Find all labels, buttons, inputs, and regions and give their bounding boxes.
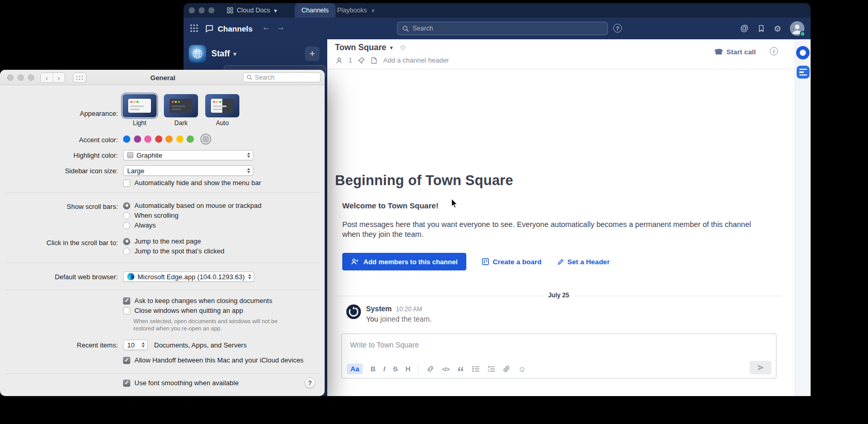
set-header-button[interactable]: Set a Header <box>557 258 610 266</box>
zoom-window-button[interactable] <box>208 7 215 13</box>
message-author[interactable]: System <box>366 305 392 313</box>
recent-items-stepper[interactable]: 10 <box>123 340 148 350</box>
history-back-icon[interactable]: ← <box>262 23 270 32</box>
heading-button[interactable]: H <box>405 365 410 373</box>
scrollbars-auto-radio[interactable] <box>123 202 130 209</box>
nav-back-button[interactable]: ‹ <box>41 73 53 82</box>
scrollclick-next-page-row: Jump to the next page <box>123 237 201 245</box>
tab-playbooks[interactable]: Playbooks × <box>330 3 382 18</box>
italic-button[interactable]: I <box>383 365 385 373</box>
quote-icon[interactable] <box>457 366 464 372</box>
link-icon[interactable] <box>427 365 434 373</box>
history-forward-icon[interactable]: → <box>277 23 285 32</box>
favorite-star-icon[interactable]: ☆ <box>400 43 406 52</box>
highlight-color-select[interactable]: Graphite <box>123 150 253 160</box>
tab-channels[interactable]: Channels <box>295 3 336 18</box>
scrollbar-click-label: Click in the scroll bar to: <box>0 239 118 247</box>
show-all-button[interactable] <box>73 72 86 83</box>
playbooks-app-icon[interactable] <box>797 66 810 79</box>
scrollclick-spot-radio[interactable] <box>123 248 130 255</box>
sidebar-icon-size-select[interactable]: Large <box>123 165 253 176</box>
system-message: System 10:20 AM You joined the team. <box>346 305 432 323</box>
minimize-window-button[interactable] <box>199 7 205 13</box>
accent-red-swatch[interactable] <box>155 135 162 143</box>
send-message-button[interactable] <box>750 361 771 374</box>
appearance-auto-option[interactable] <box>205 94 239 117</box>
preferences-search-input[interactable]: Search <box>243 72 321 82</box>
pinned-posts-icon[interactable] <box>358 57 365 64</box>
toolbar-separator <box>418 365 419 373</box>
close-window-button[interactable] <box>7 74 13 81</box>
start-call-button[interactable]: ☎ Start call <box>714 48 756 56</box>
scrollbars-when-scrolling-radio[interactable] <box>123 212 130 219</box>
code-icon[interactable]: </> <box>442 366 449 372</box>
settings-gear-icon[interactable]: ⚙ <box>774 24 781 34</box>
attachment-paperclip-icon[interactable] <box>503 365 510 373</box>
saved-posts-bookmark-icon[interactable] <box>757 24 765 33</box>
team-globe-avatar <box>189 45 206 63</box>
add-channel-button[interactable]: + <box>305 47 319 61</box>
zoom-window-button[interactable] <box>28 74 34 81</box>
composer-placeholder: Write to Town Square <box>350 341 419 349</box>
help-icon[interactable]: ? <box>613 24 622 33</box>
channel-info-icon[interactable]: i <box>770 47 778 55</box>
team-header[interactable]: Staff ▾ <box>189 45 236 63</box>
ordered-list-icon[interactable] <box>488 366 495 372</box>
app-bar <box>795 39 811 396</box>
server-grid-icon <box>227 7 233 13</box>
nav-forward-button[interactable]: › <box>53 73 65 82</box>
default-browser-select[interactable]: Microsoft Edge.app (104.0.1293.63) <box>123 271 254 282</box>
close-window-button[interactable] <box>189 7 195 13</box>
accent-color-label: Accent color: <box>0 136 118 144</box>
emoji-smiley-icon[interactable]: ☺ <box>518 365 526 373</box>
font-smoothing-checkbox[interactable]: ✓ <box>123 380 130 387</box>
accent-blue-swatch[interactable] <box>123 135 130 143</box>
bold-button[interactable]: B <box>371 365 376 373</box>
accent-yellow-swatch[interactable] <box>176 135 184 143</box>
message-composer[interactable]: Write to Town Square Aa B I S H <box>341 334 776 378</box>
window-controls <box>7 74 34 81</box>
accent-green-swatch[interactable] <box>187 135 194 143</box>
member-count[interactable]: 1 <box>348 56 352 64</box>
ask-to-keep-changes-row: ✓ Ask to keep changes when closing docum… <box>123 297 272 305</box>
online-status-dot <box>800 31 805 37</box>
accent-purple-swatch[interactable] <box>134 135 141 143</box>
minimize-window-button[interactable] <box>18 74 24 81</box>
server-dropdown[interactable]: Cloud Docs ▾ <box>227 3 277 18</box>
appearance-light-option[interactable] <box>123 94 157 117</box>
close-windows-note: When selected, open documents and window… <box>133 317 288 332</box>
appearance-dark-label: Dark <box>164 119 198 127</box>
search-input[interactable]: Search <box>397 22 608 35</box>
show-formatting-button[interactable]: Aa <box>347 364 363 374</box>
scrollbars-always-radio[interactable] <box>123 222 130 229</box>
add-members-button[interactable]: Add members to this channel <box>342 253 466 270</box>
at-mentions-icon[interactable]: @ <box>740 24 749 33</box>
close-tab-icon[interactable]: × <box>371 7 375 14</box>
strikethrough-button[interactable]: S <box>393 365 398 373</box>
members-icon[interactable] <box>336 57 343 64</box>
create-board-button[interactable]: Create a board <box>482 258 542 266</box>
hide-menubar-checkbox[interactable] <box>123 179 130 187</box>
close-windows-checkbox[interactable] <box>123 307 130 314</box>
appearance-dark-option[interactable] <box>164 94 198 117</box>
bullet-list-icon[interactable] <box>472 366 480 372</box>
scrollclick-next-page-radio[interactable] <box>123 238 130 245</box>
date-label[interactable]: July 25 <box>543 292 574 299</box>
accent-pink-swatch[interactable] <box>144 135 151 143</box>
system-preferences-window: ‹ › General Search Appearance: <box>0 70 325 396</box>
boards-app-icon[interactable] <box>796 46 810 59</box>
divider <box>5 192 319 193</box>
add-channel-header-link[interactable]: Add a channel header <box>383 56 449 64</box>
chevron-down-icon[interactable]: ▾ <box>390 44 393 51</box>
user-avatar[interactable] <box>790 21 804 36</box>
channel-files-icon[interactable] <box>371 57 377 64</box>
help-button[interactable]: ? <box>304 377 315 388</box>
product-switcher-icon[interactable] <box>190 24 199 33</box>
window-title: General <box>93 70 233 85</box>
channel-name[interactable]: Town Square <box>335 43 386 52</box>
scrollbars-always-row: Always <box>123 221 156 229</box>
accent-orange-swatch[interactable] <box>165 135 173 143</box>
ask-to-keep-changes-checkbox[interactable]: ✓ <box>123 297 130 305</box>
accent-graphite-swatch-selected[interactable] <box>202 135 209 143</box>
handoff-checkbox[interactable]: ✓ <box>123 357 130 364</box>
